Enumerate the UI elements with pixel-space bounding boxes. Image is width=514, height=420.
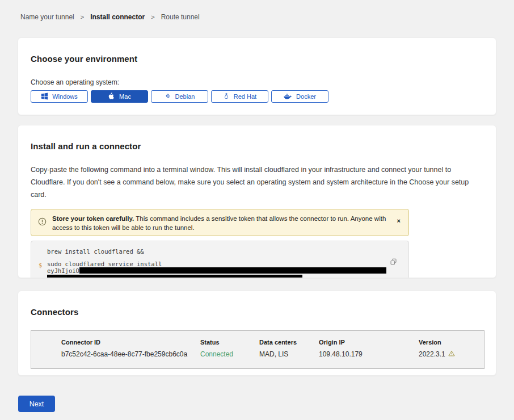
breadcrumb-separator: > <box>151 14 154 20</box>
column-header-connector-id: Connector ID <box>61 339 200 346</box>
connectors-table: Connector ID Status Data centers Origin … <box>31 330 484 369</box>
shell-prompt: $ <box>39 262 42 268</box>
column-header-data-centers: Data centers <box>259 339 319 346</box>
code-line-sudo: sudo cloudflared service install <box>47 261 399 268</box>
close-icon[interactable]: × <box>397 218 401 224</box>
redhat-logo-icon <box>223 93 230 100</box>
breadcrumb: Name your tunnel > Install connector > R… <box>20 13 200 21</box>
os-button-docker[interactable]: Docker <box>271 90 328 103</box>
os-button-redhat[interactable]: Red Hat <box>211 90 268 103</box>
code-line-token: eyJhIjoiO <box>47 267 399 275</box>
debian-swirl-icon <box>165 93 171 100</box>
breadcrumb-install-connector[interactable]: Install connector <box>90 13 145 21</box>
os-button-label: Mac <box>119 93 131 100</box>
os-button-mac[interactable]: Mac <box>91 90 148 103</box>
os-select-label: Choose an operating system: <box>31 78 483 86</box>
environment-card: Choose your environment Choose an operat… <box>18 37 496 115</box>
version-value: 2022.3.1 <box>419 350 484 358</box>
warning-triangle-icon <box>448 350 455 358</box>
connectors-card-title: Connectors <box>31 307 483 317</box>
data-centers-value: MAD, LIS <box>259 350 319 358</box>
os-button-label: Debian <box>175 93 195 100</box>
token-warning-title: Store your token carefully. <box>52 215 134 222</box>
environment-card-title: Choose your environment <box>31 54 483 64</box>
connectors-card: Connectors Connector ID Status Data cent… <box>18 291 496 376</box>
next-button[interactable]: Next <box>18 396 55 412</box>
token-warning-text: Store your token carefully. This command… <box>52 214 391 232</box>
windows-logo-icon <box>41 93 48 101</box>
code-line-brew: brew install cloudflared && <box>47 249 399 255</box>
breadcrumb-route-tunnel[interactable]: Route tunnel <box>161 13 200 21</box>
connector-description: Copy-paste the following command into a … <box>31 163 483 201</box>
breadcrumb-separator: > <box>81 14 84 20</box>
connector-card-title: Install and run a connector <box>31 141 483 151</box>
token-redaction-bar <box>47 275 302 279</box>
os-button-debian[interactable]: Debian <box>151 90 208 103</box>
connector-id-value: b7c52c42-6caa-48ee-8c77-fbe259cb6c0a <box>61 350 200 358</box>
os-button-label: Docker <box>296 93 316 100</box>
docker-whale-icon <box>284 93 292 100</box>
os-button-label: Windows <box>52 93 78 100</box>
install-command-codeblock: brew install cloudflared && $ sudo cloud… <box>31 241 409 278</box>
os-button-group: Windows Mac Debian Red Hat Docker <box>31 90 483 103</box>
code-line-token-2 <box>47 275 399 279</box>
token-warning-banner: Store your token carefully. This command… <box>31 209 409 236</box>
column-header-origin-ip: Origin IP <box>319 339 419 346</box>
breadcrumb-name-your-tunnel[interactable]: Name your tunnel <box>20 13 74 21</box>
status-badge: Connected <box>200 350 259 358</box>
os-button-label: Red Hat <box>234 93 256 100</box>
column-header-status: Status <box>200 339 259 346</box>
origin-ip-value: 109.48.10.179 <box>319 350 419 358</box>
token-redaction-bar <box>79 267 386 274</box>
alert-circle-icon <box>38 217 47 228</box>
connector-card: Install and run a connector Copy-paste t… <box>18 125 496 278</box>
apple-logo-icon <box>108 93 115 101</box>
os-button-windows[interactable]: Windows <box>31 90 88 103</box>
column-header-version: Version <box>419 339 484 346</box>
copy-icon[interactable] <box>390 258 397 266</box>
